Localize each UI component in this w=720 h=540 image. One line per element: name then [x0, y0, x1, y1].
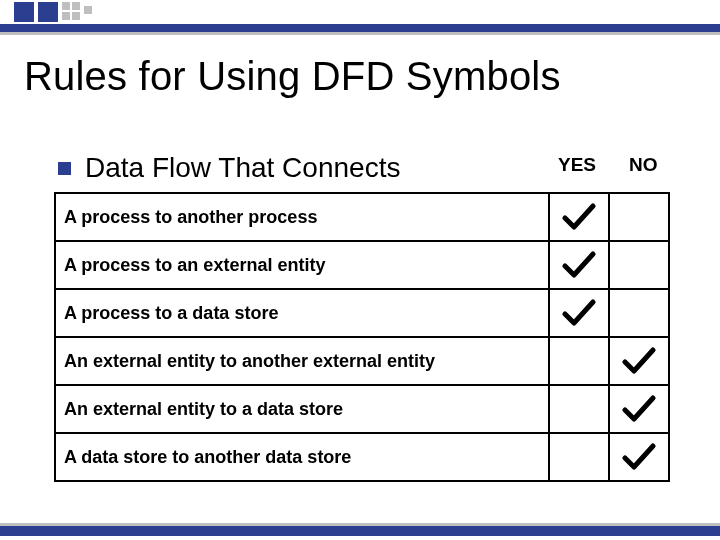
cell-no — [609, 289, 669, 337]
column-header-yes: YES — [558, 154, 596, 176]
bullet-square-icon — [58, 162, 71, 175]
cell-yes — [549, 433, 609, 481]
rule-description: An external entity to another external e… — [55, 337, 549, 385]
subhead-text: Data Flow That Connects — [85, 152, 400, 184]
slide-title: Rules for Using DFD Symbols — [24, 54, 561, 99]
table-row: An external entity to another external e… — [55, 337, 669, 385]
slide-bottom-decoration — [0, 526, 720, 536]
cell-yes — [549, 289, 609, 337]
check-icon — [562, 251, 596, 279]
cell-yes — [549, 241, 609, 289]
cell-yes — [549, 385, 609, 433]
check-icon — [562, 203, 596, 231]
table-row: A process to a data store — [55, 289, 669, 337]
cell-yes — [549, 193, 609, 241]
rule-description: An external entity to a data store — [55, 385, 549, 433]
rule-description: A process to another process — [55, 193, 549, 241]
cell-no — [609, 337, 669, 385]
rule-description: A process to an external entity — [55, 241, 549, 289]
cell-yes — [549, 337, 609, 385]
slide-top-decoration — [0, 0, 720, 34]
cell-no — [609, 385, 669, 433]
cell-no — [609, 433, 669, 481]
rules-table: A process to another processA process to… — [54, 192, 670, 482]
check-icon — [622, 395, 656, 423]
column-header-no: NO — [629, 154, 658, 176]
check-icon — [622, 443, 656, 471]
cell-no — [609, 241, 669, 289]
table-row: An external entity to a data store — [55, 385, 669, 433]
check-icon — [562, 299, 596, 327]
cell-no — [609, 193, 669, 241]
rule-description: A data store to another data store — [55, 433, 549, 481]
table-row: A process to an external entity — [55, 241, 669, 289]
check-icon — [622, 347, 656, 375]
rule-description: A process to a data store — [55, 289, 549, 337]
table-row: A data store to another data store — [55, 433, 669, 481]
table-row: A process to another process — [55, 193, 669, 241]
